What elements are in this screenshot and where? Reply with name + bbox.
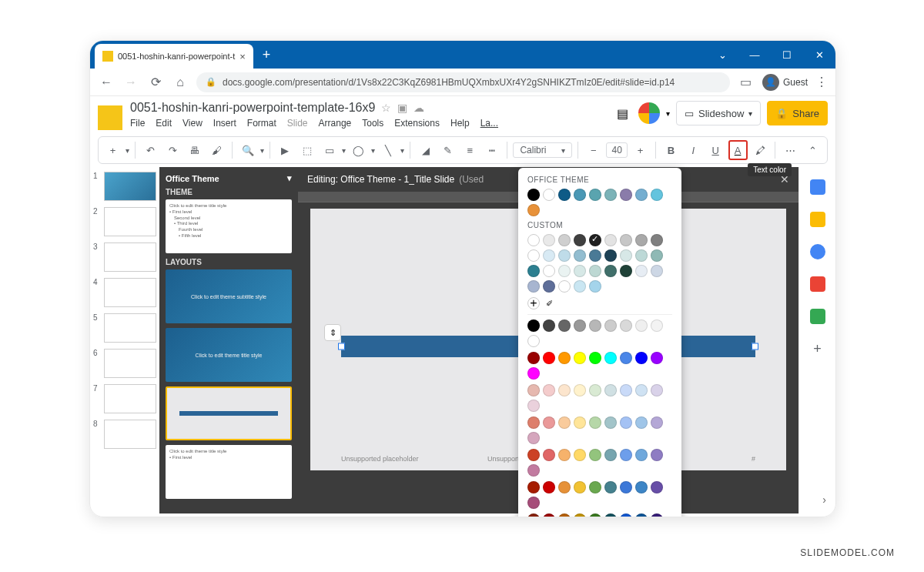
color-swatch[interactable] — [604, 352, 617, 364]
color-swatch[interactable] — [589, 319, 601, 332]
color-swatch[interactable] — [635, 513, 648, 517]
color-swatch[interactable] — [527, 319, 540, 332]
keep-icon[interactable] — [810, 212, 825, 227]
menu-help[interactable]: Help — [450, 118, 470, 129]
color-swatch[interactable] — [543, 234, 555, 246]
color-swatch[interactable] — [651, 449, 663, 461]
color-swatch[interactable] — [651, 189, 663, 201]
line-dropdown[interactable]: ▾ — [400, 146, 404, 155]
color-swatch[interactable] — [558, 481, 571, 493]
browser-tab[interactable]: 0051-hoshin-kanri-powerpoint-t × — [95, 44, 253, 69]
thumb-1[interactable] — [104, 172, 156, 201]
color-swatch[interactable] — [604, 449, 617, 461]
reload-icon[interactable]: ⟳ — [147, 75, 164, 89]
comments-icon[interactable]: ▤ — [612, 103, 632, 123]
collapse-toolbar-button[interactable]: ⌃ — [803, 140, 822, 160]
cloud-icon[interactable]: ☁ — [413, 102, 424, 114]
addons-plus-icon[interactable]: + — [813, 341, 822, 357]
maps-icon[interactable] — [810, 309, 825, 324]
menu-tools[interactable]: Tools — [362, 118, 383, 129]
color-swatch[interactable] — [651, 384, 663, 396]
color-swatch[interactable] — [620, 449, 632, 461]
color-swatch[interactable] — [543, 319, 555, 332]
color-swatch[interactable] — [651, 352, 663, 364]
color-swatch[interactable] — [635, 481, 648, 493]
color-swatch[interactable] — [651, 265, 663, 277]
color-swatch[interactable] — [620, 234, 632, 246]
new-tab-button[interactable]: + — [263, 47, 271, 63]
color-swatch[interactable] — [620, 319, 632, 332]
tasks-icon[interactable] — [810, 244, 825, 259]
star-icon[interactable]: ☆ — [381, 102, 391, 114]
thumb-5[interactable] — [104, 313, 156, 343]
color-swatch[interactable] — [589, 265, 601, 277]
more-tools-button[interactable]: ⋯ — [781, 140, 800, 160]
color-swatch[interactable] — [574, 513, 586, 517]
menu-extensions[interactable]: Extensions — [394, 118, 440, 129]
color-swatch[interactable] — [574, 449, 586, 461]
color-swatch[interactable] — [589, 513, 601, 517]
bold-button[interactable]: B — [661, 140, 681, 160]
close-button[interactable]: ✕ — [803, 49, 835, 61]
color-swatch[interactable] — [527, 416, 540, 429]
color-swatch[interactable] — [543, 481, 555, 493]
font-selector[interactable]: Calibri ▾ — [513, 142, 572, 158]
color-swatch[interactable] — [558, 265, 571, 277]
theme-master-thumb[interactable]: Click to edit theme title style • First … — [166, 199, 292, 253]
textbox-tool[interactable]: ⬚ — [298, 140, 317, 160]
color-swatch[interactable] — [527, 464, 540, 477]
color-swatch[interactable] — [589, 481, 601, 493]
increase-font-button[interactable]: + — [631, 140, 650, 160]
line-tool[interactable]: ╲ — [378, 140, 397, 160]
color-swatch[interactable] — [558, 189, 571, 201]
menu-edit[interactable]: Edit — [156, 118, 172, 129]
color-swatch[interactable] — [574, 352, 586, 364]
chevron-down-icon[interactable]: ⌄ — [706, 49, 738, 61]
meet-icon[interactable] — [638, 102, 660, 124]
menu-overflow[interactable]: La... — [480, 118, 498, 129]
color-swatch[interactable] — [589, 234, 601, 246]
color-swatch[interactable] — [543, 189, 555, 201]
color-swatch[interactable] — [543, 265, 555, 277]
color-swatch[interactable] — [558, 416, 571, 429]
maximize-button[interactable]: ☐ — [771, 49, 803, 61]
color-swatch[interactable] — [604, 513, 617, 517]
color-swatch[interactable] — [558, 249, 571, 262]
color-swatch[interactable] — [558, 513, 571, 517]
menu-arrange[interactable]: Arrange — [319, 118, 352, 129]
menu-view[interactable]: View — [182, 118, 203, 129]
border-dash-button[interactable]: ┅ — [483, 140, 502, 160]
color-swatch[interactable] — [604, 319, 617, 332]
color-swatch[interactable] — [620, 265, 632, 277]
color-swatch[interactable] — [527, 400, 540, 412]
text-color-button[interactable]: A — [728, 140, 748, 160]
color-swatch[interactable] — [543, 352, 555, 364]
eyedropper-button[interactable]: ✐ — [543, 297, 555, 309]
color-swatch[interactable] — [635, 249, 648, 262]
menu-format[interactable]: Format — [247, 118, 276, 129]
minimize-button[interactable]: ― — [738, 49, 771, 61]
color-swatch[interactable] — [558, 449, 571, 461]
meet-dropdown-icon[interactable]: ▾ — [666, 109, 670, 118]
contacts-icon[interactable] — [810, 276, 825, 292]
color-swatch[interactable] — [574, 319, 586, 332]
zoom-button[interactable]: 🔍 — [238, 140, 257, 160]
color-swatch[interactable] — [635, 265, 648, 277]
color-swatch[interactable] — [651, 416, 663, 429]
color-swatch[interactable] — [604, 189, 617, 201]
color-swatch[interactable] — [651, 234, 663, 246]
color-swatch[interactable] — [620, 249, 632, 262]
image-dropdown[interactable]: ▾ — [342, 146, 346, 155]
thumb-3[interactable] — [104, 243, 156, 272]
color-swatch[interactable] — [604, 481, 617, 493]
shape-dropdown[interactable]: ▾ — [371, 146, 375, 155]
color-swatch[interactable] — [604, 234, 617, 246]
back-icon[interactable]: ← — [98, 75, 115, 89]
pen-color-button[interactable]: ✎ — [438, 140, 457, 160]
calendar-icon[interactable] — [810, 179, 825, 195]
color-swatch[interactable] — [527, 189, 540, 201]
color-swatch[interactable] — [558, 234, 571, 246]
color-swatch[interactable] — [589, 416, 601, 429]
new-slide-button[interactable]: + — [103, 140, 122, 160]
theme-panel-dropdown-icon[interactable]: ▾ — [287, 173, 292, 183]
